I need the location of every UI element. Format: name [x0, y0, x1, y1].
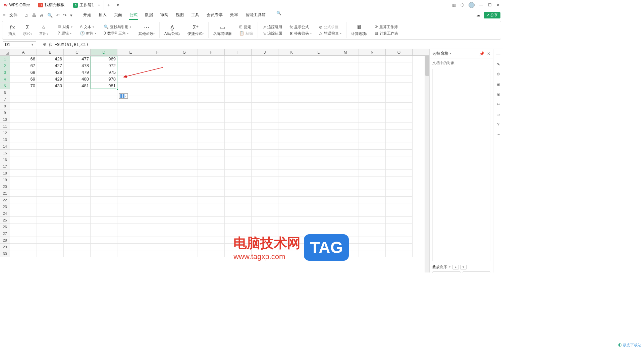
- cell-K21[interactable]: [278, 190, 305, 197]
- cube-icon[interactable]: ⬡: [461, 3, 464, 7]
- cell-B11[interactable]: [37, 123, 64, 130]
- cell-F24[interactable]: [144, 210, 171, 217]
- column-header-K[interactable]: K: [278, 49, 305, 55]
- cell-I11[interactable]: [225, 123, 252, 130]
- row-header-3[interactable]: 3: [0, 69, 10, 76]
- cell-H18[interactable]: [198, 170, 225, 177]
- row-header-10[interactable]: 10: [0, 116, 10, 123]
- select-all-corner[interactable]: [0, 49, 10, 55]
- tab-view[interactable]: 视图: [175, 11, 184, 20]
- cell-E26[interactable]: [117, 223, 144, 230]
- cell-H14[interactable]: [198, 143, 225, 150]
- cell-I12[interactable]: [225, 130, 252, 136]
- cell-D20[interactable]: [91, 183, 117, 190]
- device-icon[interactable]: ▭: [496, 112, 500, 117]
- cell-B12[interactable]: [37, 130, 64, 136]
- cell-L23[interactable]: [305, 203, 332, 210]
- cell-D22[interactable]: [91, 197, 117, 203]
- cell-K15[interactable]: [278, 150, 305, 156]
- row-header-19[interactable]: 19: [0, 177, 10, 183]
- cell-K12[interactable]: [278, 130, 305, 136]
- cell-B6[interactable]: [37, 89, 64, 96]
- cell-C16[interactable]: [64, 156, 91, 163]
- cell-O25[interactable]: [386, 217, 413, 223]
- move-up-button[interactable]: ▲: [452, 265, 459, 269]
- cell-E22[interactable]: [117, 197, 144, 203]
- cell-O11[interactable]: [386, 123, 413, 130]
- cell-I24[interactable]: [225, 210, 252, 217]
- maximize-icon[interactable]: ☐: [488, 3, 492, 7]
- cell-A16[interactable]: [10, 156, 37, 163]
- check-icon[interactable]: ◉: [497, 92, 500, 97]
- cell-H21[interactable]: [198, 190, 225, 197]
- cell-J1[interactable]: [252, 56, 278, 62]
- search-icon[interactable]: 🔍: [276, 11, 281, 20]
- cell-E16[interactable]: [117, 156, 144, 163]
- cell-D13[interactable]: [91, 136, 117, 143]
- cell-O16[interactable]: [386, 156, 413, 163]
- cell-H19[interactable]: [198, 177, 225, 183]
- cell-K10[interactable]: [278, 116, 305, 123]
- cell-F19[interactable]: [144, 177, 171, 183]
- cell-L27[interactable]: [305, 230, 332, 237]
- cell-L12[interactable]: [305, 130, 332, 136]
- cell-I6[interactable]: [225, 89, 252, 96]
- cell-F22[interactable]: [144, 197, 171, 203]
- cell-C10[interactable]: [64, 116, 91, 123]
- cell-D2[interactable]: 972: [91, 62, 117, 69]
- cell-F5[interactable]: [144, 83, 171, 89]
- lookup-button[interactable]: 🔍查找与引用▾: [104, 24, 131, 30]
- save-icon[interactable]: 🗋: [24, 13, 29, 18]
- error-check-button[interactable]: ⚠错误检查▾: [319, 31, 341, 36]
- cell-J13[interactable]: [252, 136, 278, 143]
- cell-C28[interactable]: [64, 237, 91, 244]
- cell-K5[interactable]: [278, 83, 305, 89]
- cell-G29[interactable]: [171, 244, 198, 250]
- cell-H23[interactable]: [198, 203, 225, 210]
- tab-data[interactable]: 数据: [144, 11, 154, 20]
- cell-O21[interactable]: [386, 190, 413, 197]
- cell-N5[interactable]: [359, 83, 386, 89]
- cell-C2[interactable]: 478: [64, 62, 91, 69]
- cell-C13[interactable]: [64, 136, 91, 143]
- cell-J29[interactable]: [252, 244, 278, 250]
- cell-B17[interactable]: [37, 163, 64, 170]
- cell-G15[interactable]: [171, 150, 198, 156]
- cell-K6[interactable]: [278, 89, 305, 96]
- layout-tool-icon[interactable]: ▣: [496, 82, 500, 87]
- cell-C23[interactable]: [64, 203, 91, 210]
- row-header-7[interactable]: 7: [0, 96, 10, 103]
- cell-B5[interactable]: 430: [37, 83, 64, 89]
- cell-K18[interactable]: [278, 170, 305, 177]
- cell-M20[interactable]: [332, 183, 359, 190]
- cell-D16[interactable]: [91, 156, 117, 163]
- layout-icon[interactable]: ▥: [452, 3, 456, 7]
- common-button[interactable]: ☆常用▾: [37, 24, 50, 36]
- cell-L26[interactable]: [305, 223, 332, 230]
- cell-D27[interactable]: [91, 230, 117, 237]
- cell-A8[interactable]: [10, 103, 37, 109]
- cell-A1[interactable]: 66: [10, 56, 37, 62]
- cell-L16[interactable]: [305, 156, 332, 163]
- cell-A20[interactable]: [10, 183, 37, 190]
- cell-I29[interactable]: [225, 244, 252, 250]
- cell-A28[interactable]: [10, 237, 37, 244]
- cell-M10[interactable]: [332, 116, 359, 123]
- cell-D17[interactable]: [91, 163, 117, 170]
- cell-J14[interactable]: [252, 143, 278, 150]
- cell-M14[interactable]: [332, 143, 359, 150]
- cell-O10[interactable]: [386, 116, 413, 123]
- cell-H2[interactable]: [198, 62, 225, 69]
- cell-L25[interactable]: [305, 217, 332, 223]
- cell-K24[interactable]: [278, 210, 305, 217]
- cell-L18[interactable]: [305, 170, 332, 177]
- trace-icon[interactable]: ⊕: [43, 42, 46, 47]
- cell-D3[interactable]: 975: [91, 69, 117, 76]
- name-box-dropdown-icon[interactable]: ▼: [31, 43, 34, 46]
- cell-H11[interactable]: [198, 123, 225, 130]
- tools-icon[interactable]: ✂: [497, 102, 500, 107]
- cell-D11[interactable]: [91, 123, 117, 130]
- cell-J23[interactable]: [252, 203, 278, 210]
- show-all-button[interactable]: 全部显示: [432, 271, 461, 272]
- cell-C29[interactable]: [64, 244, 91, 250]
